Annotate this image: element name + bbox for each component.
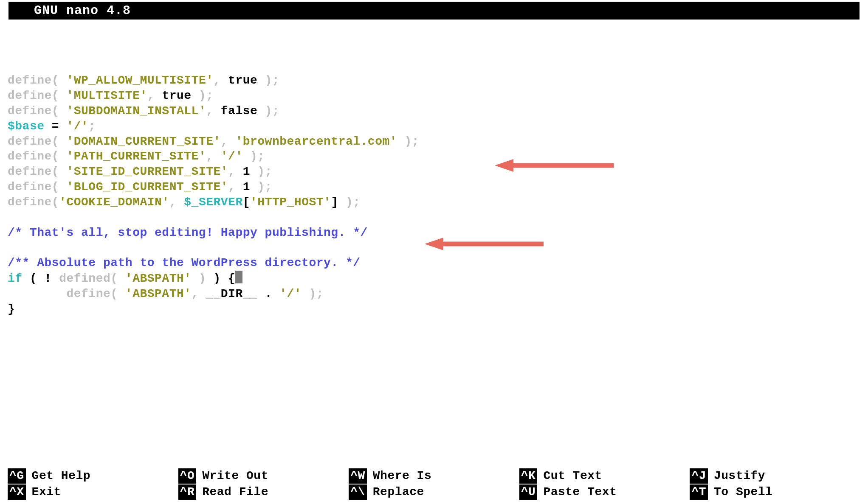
shortcut-key: ^G	[8, 468, 26, 484]
shortcut-label: Where Is	[373, 468, 431, 484]
shortcut-bar: ^G Get Help ^O Write Out ^W Where Is ^K …	[8, 468, 860, 500]
shortcut-get-help[interactable]: ^G Get Help	[8, 468, 178, 484]
if-keyword: if	[8, 272, 23, 285]
shortcut-replace[interactable]: ^\ Replace	[349, 484, 519, 500]
define-keyword: define	[8, 196, 52, 209]
code-line: define( 'ABSPATH', __DIR__ . '/' );	[8, 287, 324, 300]
shortcut-label: Exit	[32, 484, 61, 500]
shortcut-key: ^\	[349, 484, 367, 500]
editor-content[interactable]: define( 'WP_ALLOW_MULTISITE', true ); de…	[0, 20, 868, 316]
shortcut-key: ^R	[178, 484, 197, 500]
define-keyword: define	[8, 150, 52, 163]
shortcut-write-out[interactable]: ^O Write Out	[178, 468, 349, 484]
code-line: define( 'MULTISITE', true );	[8, 89, 214, 102]
shortcut-label: Get Help	[32, 468, 90, 484]
define-keyword: define	[8, 165, 52, 178]
shortcut-where-is[interactable]: ^W Where Is	[349, 468, 519, 484]
define-keyword: define	[8, 135, 52, 148]
shortcut-key: ^X	[8, 484, 26, 500]
server-var: $_SERVER	[184, 196, 242, 209]
shortcut-read-file[interactable]: ^R Read File	[178, 484, 349, 500]
variable: $base	[8, 120, 45, 133]
shortcut-cut-text[interactable]: ^K Cut Text	[519, 468, 690, 484]
shortcut-label: Paste Text	[543, 484, 617, 500]
shortcut-label: To Spell	[714, 484, 772, 500]
shortcut-key: ^W	[349, 468, 367, 484]
text-cursor	[235, 271, 242, 283]
shortcut-label: Cut Text	[543, 468, 602, 484]
comment-line: /* That's all, stop editing! Happy publi…	[8, 226, 368, 239]
shortcut-justify[interactable]: ^J Justify	[690, 468, 860, 484]
shortcut-label: Replace	[373, 484, 424, 500]
define-keyword: define	[8, 180, 52, 193]
shortcut-key: ^J	[690, 468, 708, 484]
shortcut-key: ^U	[519, 484, 538, 500]
define-keyword: define	[8, 74, 52, 87]
shortcut-label: Read File	[202, 484, 268, 500]
close-brace: }	[8, 302, 15, 316]
shortcut-key: ^O	[178, 468, 197, 484]
shortcut-paste-text[interactable]: ^U Paste Text	[519, 484, 690, 500]
code-line: if ( ! defined( 'ABSPATH' ) ) {	[8, 272, 242, 285]
shortcut-key: ^K	[519, 468, 538, 484]
shortcut-exit[interactable]: ^X Exit	[8, 484, 178, 500]
define-keyword: define	[8, 104, 52, 118]
code-line: $base = '/';	[8, 120, 96, 133]
defined-keyword: defined	[59, 272, 110, 285]
define-keyword: define	[8, 89, 52, 102]
code-line: define( 'PATH_CURRENT_SITE', '/' );	[8, 150, 265, 163]
code-line: define( 'SUBDOMAIN_INSTALL', false );	[8, 104, 279, 118]
editor-titlebar: GNU nano 4.8	[8, 2, 860, 20]
shortcut-label: Write Out	[202, 468, 268, 484]
code-line: define( 'WP_ALLOW_MULTISITE', true );	[8, 74, 279, 87]
code-line: define('COOKIE_DOMAIN', $_SERVER['HTTP_H…	[8, 196, 361, 209]
shortcut-key: ^T	[690, 484, 708, 500]
code-line: define( 'BLOG_ID_CURRENT_SITE', 1 );	[8, 180, 272, 193]
shortcut-to-spell[interactable]: ^T To Spell	[690, 484, 860, 500]
code-line: define( 'SITE_ID_CURRENT_SITE', 1 );	[8, 165, 272, 178]
comment-line: /** Absolute path to the WordPress direc…	[8, 256, 361, 269]
code-line: define( 'DOMAIN_CURRENT_SITE', 'brownbea…	[8, 135, 419, 148]
shortcut-label: Justify	[714, 468, 765, 484]
define-keyword: define	[66, 287, 110, 300]
